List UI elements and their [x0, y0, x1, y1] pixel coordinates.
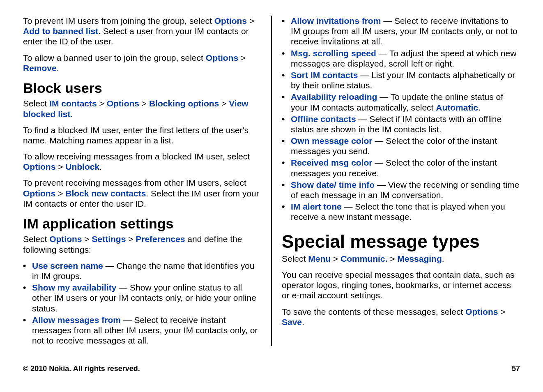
paragraph: Select Options > Settings > Preferences …	[23, 234, 261, 254]
menu-path-item: Options	[214, 16, 247, 25]
setting-term: Use screen name	[32, 261, 103, 270]
two-column-layout: To prevent IM users from joining the gro…	[23, 16, 520, 346]
text: >	[139, 99, 149, 108]
menu-path-item: Options	[465, 307, 498, 316]
list-item: Received msg color — Select the color of…	[282, 157, 520, 178]
text: .	[442, 254, 444, 263]
text: Select	[23, 234, 49, 244]
setting-term: Allow invitations from	[291, 16, 381, 25]
text: To allow receiving messages from a block…	[23, 152, 250, 161]
paragraph: Select IM contacts > Options > Blocking …	[23, 98, 261, 119]
menu-path-item: Unblock	[65, 162, 99, 171]
menu-path-item: Options	[23, 189, 55, 198]
menu-path-item: IM contacts	[49, 99, 97, 108]
menu-path-item: Options	[23, 162, 55, 171]
text: .	[478, 103, 481, 112]
menu-path-item: Remove	[23, 63, 57, 73]
menu-path-item: Options	[206, 53, 238, 62]
section-heading-block-users: Block users	[23, 81, 261, 96]
setting-term: Own message color	[291, 136, 372, 145]
text: Select	[23, 99, 49, 108]
paragraph: To find a blocked IM user, enter the fir…	[23, 125, 261, 145]
settings-list-right: Allow invitations from — Select to recei…	[282, 16, 520, 222]
paragraph: Select Menu > Communic. > Messaging.	[282, 254, 520, 264]
list-item: Msg. scrolling speed — To adjust the spe…	[282, 48, 520, 69]
list-item: Allow invitations from — Select to recei…	[282, 16, 520, 47]
list-item: IM alert tone — Select the tone that is …	[282, 201, 520, 222]
list-item: Show date/ time info — View the receivin…	[282, 180, 520, 200]
text: To save the contents of these messages, …	[282, 307, 465, 316]
setting-term: Availability reloading	[291, 92, 377, 101]
page-footer: © 2010 Nokia. All rights reserved. 57	[23, 364, 520, 373]
text: .	[99, 162, 102, 171]
text: To prevent IM users from joining the gro…	[23, 16, 214, 25]
column-divider	[271, 16, 272, 346]
text: .	[57, 63, 59, 73]
menu-path-item: Block new contacts	[65, 189, 146, 198]
page-container: To prevent IM users from joining the gro…	[0, 0, 543, 392]
setting-term: Sort IM contacts	[291, 70, 358, 80]
text: .	[302, 317, 304, 327]
menu-path-item: Settings	[92, 234, 126, 244]
paragraph: To allow a banned user to join the group…	[23, 53, 261, 73]
text: Select	[282, 254, 308, 263]
text: To allow a banned user to join the group…	[23, 53, 206, 62]
paragraph: To prevent IM users from joining the gro…	[23, 16, 261, 47]
paragraph: To prevent receiving messages from other…	[23, 178, 261, 209]
setting-term: Allow messages from	[32, 315, 121, 325]
menu-path-item: Options	[107, 99, 139, 108]
list-item: Availability reloading — To update the o…	[282, 92, 520, 112]
page-number: 57	[512, 364, 520, 373]
text: >	[387, 254, 397, 263]
paragraph: To save the contents of these messages, …	[282, 307, 520, 327]
menu-path-item: Blocking options	[149, 99, 219, 108]
menu-path-item: Communic.	[341, 254, 387, 263]
text: >	[498, 307, 505, 316]
left-column: To prevent IM users from joining the gro…	[23, 16, 261, 346]
menu-path-item: Save	[282, 317, 302, 327]
setting-term: IM alert tone	[291, 202, 342, 211]
setting-term: Received msg color	[291, 158, 372, 167]
text: >	[82, 234, 92, 244]
setting-term: Show date/ time info	[291, 180, 375, 189]
list-item: Offline contacts — Select if IM contacts…	[282, 114, 520, 134]
menu-path-item: Add to banned list	[23, 26, 98, 36]
setting-term: Msg. scrolling speed	[291, 48, 376, 58]
text: >	[238, 53, 246, 62]
text: .	[71, 109, 73, 119]
right-column: Allow invitations from — Select to recei…	[282, 16, 520, 346]
copyright-text: © 2010 Nokia. All rights reserved.	[23, 364, 140, 373]
list-item: Own message color — Select the color of …	[282, 136, 520, 156]
text: >	[247, 16, 254, 25]
text: >	[97, 99, 107, 108]
menu-path-item: Preferences	[136, 234, 185, 244]
settings-list-left: Use screen name — Change the name that i…	[23, 261, 261, 346]
paragraph: You can receive special messages that co…	[282, 270, 520, 301]
section-heading-im-app-settings: IM application settings	[23, 216, 261, 231]
text: >	[331, 254, 341, 263]
list-item: Show my availability — Show your online …	[23, 282, 261, 314]
setting-term: Offline contacts	[291, 114, 356, 124]
text: >	[126, 234, 136, 244]
text: >	[219, 99, 229, 108]
list-item: Use screen name — Change the name that i…	[23, 261, 261, 281]
paragraph: To allow receiving messages from a block…	[23, 151, 261, 172]
text: >	[55, 189, 65, 198]
section-heading-special-message-types: Special message types	[282, 232, 520, 251]
setting-extra-term: Automatic	[436, 103, 478, 112]
list-item: Sort IM contacts — List your IM contacts…	[282, 70, 520, 90]
menu-path-item: Options	[49, 234, 82, 244]
text: >	[55, 162, 65, 171]
setting-term: Show my availability	[32, 283, 116, 292]
menu-path-item: Menu	[308, 254, 331, 263]
menu-path-item: Messaging	[397, 254, 442, 263]
list-item: Allow messages from — Select to receive …	[23, 315, 261, 346]
text: To prevent receiving messages from other…	[23, 178, 246, 187]
